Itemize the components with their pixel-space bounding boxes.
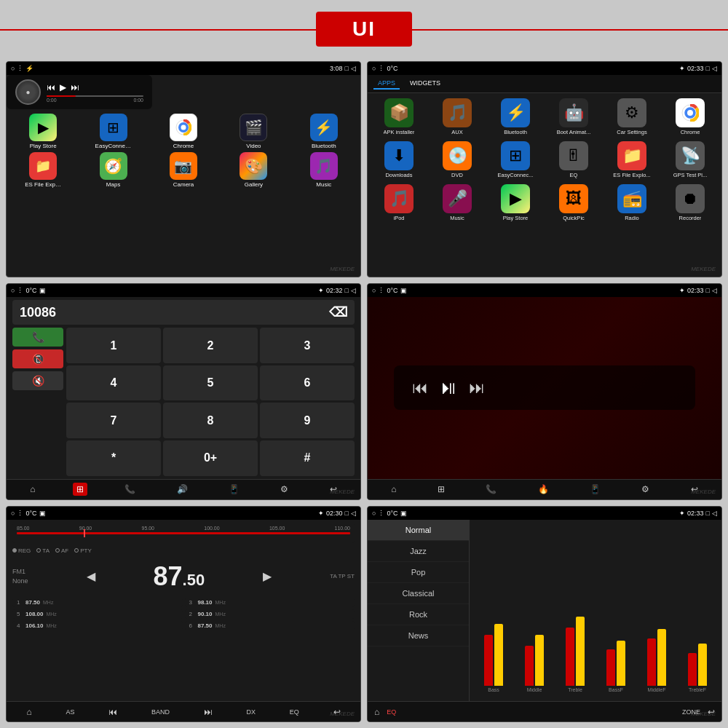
drawer-bootanim[interactable]: 🤖 Boot Animat... <box>545 96 602 138</box>
tab-widgets[interactable]: WIDGETS <box>405 78 445 90</box>
app-icon-easyconnect: ⊞ <box>100 114 127 141</box>
nav-as-5[interactable]: AS <box>62 707 78 717</box>
nav-grid-3[interactable]: ⊞ <box>73 483 87 496</box>
drawer-eq[interactable]: 🎚 EQ <box>545 139 602 181</box>
nav-vol-3[interactable]: 🔊 <box>173 483 191 496</box>
key-1[interactable]: 1 <box>66 328 161 363</box>
nav-grid-4[interactable]: ⊞ <box>434 483 448 496</box>
nav-settings-3[interactable]: ⚙ <box>277 483 292 496</box>
preset-3[interactable]: 3 98.10 MHz <box>185 598 355 607</box>
drawer-ipod[interactable]: 🎵 iPod <box>371 182 427 223</box>
drawer-playstore[interactable]: ▶ Play Store <box>487 182 544 223</box>
preset-6[interactable]: 6 87.50 MHz <box>185 621 355 630</box>
eq-preset-pop[interactable]: Pop <box>368 562 469 583</box>
app-video[interactable]: 🎬 Video <box>220 114 287 149</box>
key-0[interactable]: 0+ <box>163 440 258 476</box>
key-9[interactable]: 9 <box>260 403 355 438</box>
radio-next-btn[interactable]: ▶ <box>263 569 272 583</box>
prev-btn[interactable]: ⏮ <box>47 82 55 92</box>
eq-preset-news[interactable]: News <box>368 625 469 646</box>
key-3[interactable]: 3 <box>260 328 355 363</box>
eq-preset-jazz[interactable]: Jazz <box>368 541 469 562</box>
nav-home-4[interactable]: ⌂ <box>387 483 400 496</box>
drawer-esfile[interactable]: 📁 ES File Explo... <box>604 139 660 181</box>
drawer-carsettings[interactable]: ⚙ Car Settings <box>604 96 660 138</box>
eq-group-middle: Middle <box>516 613 553 692</box>
drawer-quickpic[interactable]: 🖼 QuickPic <box>545 182 602 223</box>
freq-track <box>17 532 350 534</box>
icon-gpstest: 📡 <box>676 141 705 170</box>
drawer-downloads[interactable]: ⬇ Downloads <box>371 139 427 181</box>
eq-preset-classical[interactable]: Classical <box>368 583 469 604</box>
mp-playpause[interactable]: ⏯ <box>439 376 458 399</box>
preset-4[interactable]: 4 106.10 MHz <box>12 621 183 630</box>
app-gallery[interactable]: 🎨 Gallery <box>220 152 287 188</box>
eq-preset-normal[interactable]: Normal <box>368 520 469 541</box>
drawer-apk[interactable]: 📦 APK installer <box>371 96 427 138</box>
nav-prev-5[interactable]: ⏮ <box>105 705 121 719</box>
key-5[interactable]: 5 <box>163 365 258 401</box>
key-6[interactable]: 6 <box>260 365 355 401</box>
preset-2[interactable]: 2 90.10 MHz <box>185 609 355 619</box>
backspace-btn[interactable]: ⌫ <box>329 304 347 320</box>
drawer-radio[interactable]: 📻 Radio <box>604 182 660 223</box>
drawer-chrome[interactable]: Chrome <box>662 96 719 138</box>
app-camera[interactable]: 📷 Camera <box>150 152 217 188</box>
nav-bar-3: ⌂ ⊞ 📞 🔊 📱 ⚙ ↩ <box>7 479 360 499</box>
mp-next[interactable]: ⏭ <box>469 379 485 397</box>
drawer-aux[interactable]: 🎵 AUX <box>429 96 486 138</box>
nav-next-5[interactable]: ⏭ <box>200 705 216 719</box>
drawer-gpstest[interactable]: 📡 GPS Test Pl... <box>662 139 719 181</box>
nav-back-4[interactable]: ↩ <box>687 483 702 496</box>
call-btn[interactable]: 📞 <box>12 328 63 347</box>
key-7[interactable]: 7 <box>66 403 161 438</box>
key-4[interactable]: 4 <box>66 365 161 401</box>
drawer-bluetooth[interactable]: ⚡ Bluetooth <box>487 96 544 138</box>
app-grid-row1: ▶ Play Store ⊞ EasyConnect... Chrome 🎬 V… <box>7 109 360 192</box>
key-star[interactable]: * <box>66 440 161 476</box>
nav-home-5[interactable]: ⌂ <box>23 705 35 719</box>
key-2[interactable]: 2 <box>163 328 258 363</box>
drawer-dvd[interactable]: 💿 DVD <box>429 139 486 181</box>
app-playstore[interactable]: ▶ Play Store <box>9 114 76 149</box>
nav-phone2-4[interactable]: 📱 <box>586 483 604 496</box>
key-8[interactable]: 8 <box>163 403 258 438</box>
app-esfile[interactable]: 📁 ES File Explo... <box>9 152 76 188</box>
nav-settings-4[interactable]: ⚙ <box>638 483 653 496</box>
nav-band-5[interactable]: BAND <box>148 707 173 717</box>
key-hash[interactable]: # <box>260 440 355 476</box>
preset-5[interactable]: 5 108.00 MHz <box>12 609 183 619</box>
mp-prev[interactable]: ⏮ <box>412 379 428 397</box>
nav-phone2-3[interactable]: 📱 <box>225 483 243 496</box>
hangup-btn[interactable]: 📵 <box>12 349 63 368</box>
drawer-easyconnect[interactable]: ⊞ EasyConnec... <box>487 139 544 181</box>
app-maps[interactable]: 🧭 Maps <box>79 152 146 188</box>
nav-fire-4[interactable]: 🔥 <box>534 483 553 496</box>
play-btn[interactable]: ▶ <box>60 82 66 92</box>
mute-btn[interactable]: 🔇 <box>12 371 63 390</box>
app-chrome[interactable]: Chrome <box>150 114 217 149</box>
radio-prev-btn[interactable]: ◀ <box>87 569 95 583</box>
nav-back-6[interactable]: ↩ <box>704 705 719 719</box>
app-easyconnect[interactable]: ⊞ EasyConnect... <box>79 114 146 149</box>
nav-phone-3[interactable]: 📞 <box>121 483 139 496</box>
nav-eq-5[interactable]: EQ <box>286 707 303 717</box>
app-music[interactable]: 🎵 Music <box>290 152 357 188</box>
drawer-recorder[interactable]: ⏺ Recorder <box>662 182 719 223</box>
nav-phone-4[interactable]: 📞 <box>482 483 500 496</box>
next-btn[interactable]: ⏭ <box>71 82 79 92</box>
nav-zone-label[interactable]: ZONE <box>678 707 704 717</box>
radio-container: 85.00 90.00 95.00 100.00 105.00 110.00 R… <box>7 520 360 701</box>
preset-1[interactable]: 1 87.50 MHz <box>12 598 183 607</box>
tab-apps[interactable]: APPS <box>373 78 400 90</box>
nav-eq-label[interactable]: EQ <box>383 707 400 717</box>
app-bluetooth[interactable]: ⚡ Bluetooth <box>290 114 357 149</box>
nav-home-3[interactable]: ⌂ <box>26 483 39 496</box>
nav-back-5[interactable]: ↩ <box>330 705 344 719</box>
eq-preset-rock[interactable]: Rock <box>368 604 469 625</box>
nav-home-6[interactable]: ⌂ <box>371 705 383 719</box>
nav-dx-5[interactable]: DX <box>242 707 259 717</box>
drawer-music[interactable]: 🎤 Music <box>429 182 486 223</box>
freq-scale: 85.00 90.00 95.00 100.00 105.00 110.00 <box>17 526 350 531</box>
nav-back-3[interactable]: ↩ <box>326 483 341 496</box>
